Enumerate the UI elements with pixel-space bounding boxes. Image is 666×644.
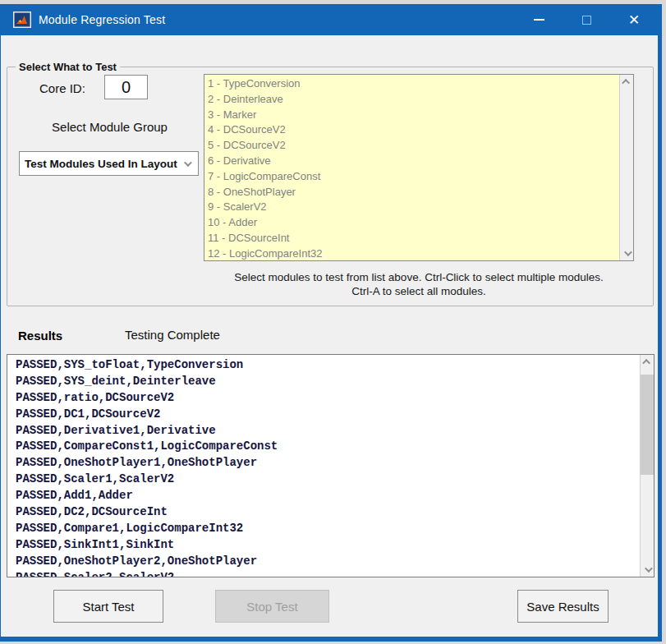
module-items: 1 - TypeConversion2 - Deinterleave3 - Ma… xyxy=(204,76,618,261)
scroll-down-icon[interactable] xyxy=(641,563,654,577)
save-results-button[interactable]: Save Results xyxy=(517,590,609,623)
scroll-up-icon[interactable] xyxy=(641,355,654,369)
stop-test-button[interactable]: Stop Test xyxy=(215,590,329,623)
results-scrollbar[interactable] xyxy=(640,355,654,577)
result-row[interactable]: PASSED,SYS_deint,Deinterleave xyxy=(7,374,639,390)
module-list-item[interactable]: 3 - Marker xyxy=(204,108,618,123)
close-button[interactable]: ✕ xyxy=(610,4,658,35)
result-row[interactable]: PASSED,SYS_toFloat,TypeConversion xyxy=(7,357,639,374)
main-content: Select What to Test Core ID: Select Modu… xyxy=(1,35,658,637)
chevron-down-icon xyxy=(184,161,190,167)
maximize-icon xyxy=(582,16,591,25)
titlebar: Module Regression Test ✕ xyxy=(1,4,658,35)
instructions-line2: Ctrl-A to select all modules. xyxy=(204,284,634,298)
close-icon: ✕ xyxy=(628,12,640,29)
module-group-selected-value: Test Modules Used In Layout xyxy=(25,158,177,170)
module-instructions: Select modules to test from list above. … xyxy=(204,270,634,298)
module-group-dropdown[interactable]: Test Modules Used In Layout xyxy=(19,151,199,176)
result-row[interactable]: PASSED,DC2,DCSourceInt xyxy=(7,504,639,521)
module-list-item[interactable]: 4 - DCSourceV2 xyxy=(204,122,618,138)
module-group-label: Select Module Group xyxy=(25,120,194,134)
desktop: Module Regression Test ✕ Select What to … xyxy=(0,0,666,644)
window-title: Module Regression Test xyxy=(39,13,165,26)
results-listbox[interactable]: PASSED,SYS_toFloat,TypeConversionPASSED,… xyxy=(7,354,655,577)
scrollbar-thumb[interactable] xyxy=(641,375,654,475)
minimize-button[interactable] xyxy=(515,4,563,35)
app-window: Module Regression Test ✕ Select What to … xyxy=(0,4,662,642)
window-controls: ✕ xyxy=(515,4,658,35)
module-list-item[interactable]: 9 - ScalerV2 xyxy=(204,200,618,215)
module-list-item[interactable]: 8 - OneShotPlayer xyxy=(204,185,618,200)
maximize-button[interactable] xyxy=(563,4,610,35)
results-items: PASSED,SYS_toFloat,TypeConversionPASSED,… xyxy=(7,357,639,577)
core-id-label: Core ID: xyxy=(39,81,85,95)
core-id-input[interactable] xyxy=(104,75,148,99)
result-row[interactable]: PASSED,Scaler2,ScalerV2 xyxy=(7,570,639,577)
scroll-down-icon[interactable] xyxy=(620,246,633,260)
module-list-item[interactable]: 6 - Derivative xyxy=(204,154,618,169)
result-row[interactable]: PASSED,Compare1,LogicCompareInt32 xyxy=(7,521,639,537)
result-row[interactable]: PASSED,DC1,DCSourceV2 xyxy=(7,407,639,423)
result-row[interactable]: PASSED,Derivative1,Derivative xyxy=(7,423,639,439)
results-label: Results xyxy=(18,329,62,343)
result-row[interactable]: PASSED,CompareConst1,LogicCompareConst xyxy=(7,439,639,455)
instructions-line1: Select modules to test from list above. … xyxy=(204,270,634,284)
module-list-item[interactable]: 10 - Adder xyxy=(204,215,618,231)
module-list-item[interactable]: 1 - TypeConversion xyxy=(204,76,618,92)
module-list-item[interactable]: 11 - DCSourceInt xyxy=(204,231,618,246)
module-list-item[interactable]: 12 - LogicCompareInt32 xyxy=(204,246,618,261)
result-row[interactable]: PASSED,Scaler1,ScalerV2 xyxy=(7,472,639,488)
scroll-up-icon[interactable] xyxy=(620,75,633,89)
module-list-item[interactable]: 2 - Deinterleave xyxy=(204,92,618,108)
result-row[interactable]: PASSED,Add1,Adder xyxy=(7,488,639,504)
groupbox-legend: Select What to Test xyxy=(16,61,120,73)
result-row[interactable]: PASSED,SinkInt1,SinkInt xyxy=(7,537,639,554)
module-listbox[interactable]: 1 - TypeConversion2 - Deinterleave3 - Ma… xyxy=(204,74,634,261)
module-list-item[interactable]: 5 - DCSourceV2 xyxy=(204,138,618,154)
module-list-scrollbar[interactable] xyxy=(619,75,633,260)
matlab-logo-icon xyxy=(13,12,31,28)
result-row[interactable]: PASSED,OneShotPlayer2,OneShotPlayer xyxy=(7,554,639,570)
result-row[interactable]: PASSED,ratio,DCSourceV2 xyxy=(7,390,639,407)
minimize-icon xyxy=(534,19,544,21)
testing-status: Testing Complete xyxy=(125,328,220,342)
result-row[interactable]: PASSED,OneShotPlayer1,OneShotPlayer xyxy=(7,455,639,472)
module-list-item[interactable]: 7 - LogicCompareConst xyxy=(204,169,618,185)
start-test-button[interactable]: Start Test xyxy=(53,590,163,623)
